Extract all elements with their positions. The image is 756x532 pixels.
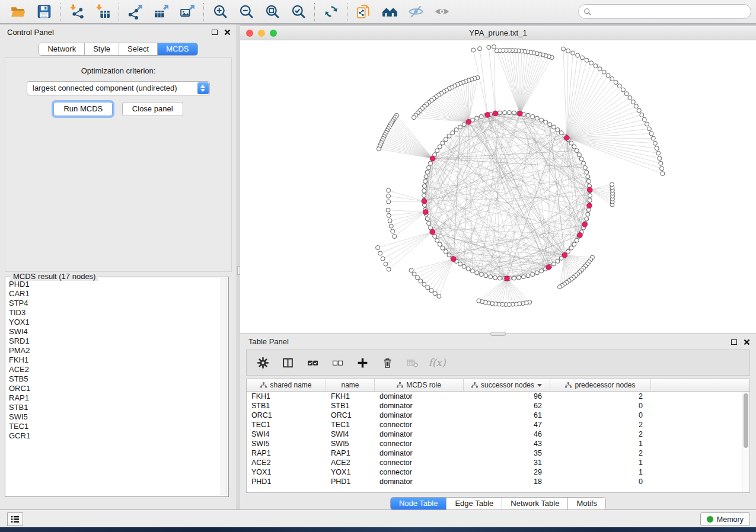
network-node[interactable] [552, 125, 556, 129]
network-node[interactable] [651, 136, 655, 140]
table-cell[interactable]: SWI5 [247, 439, 326, 448]
network-node[interactable] [387, 188, 391, 193]
clone-network-button[interactable] [350, 2, 377, 22]
deselect-all-rows-button[interactable] [330, 355, 345, 370]
network-node[interactable] [642, 117, 646, 121]
network-node[interactable] [575, 238, 579, 242]
network-node[interactable] [479, 114, 483, 118]
network-node[interactable] [552, 262, 556, 266]
float-panel-icon[interactable] [212, 30, 218, 35]
network-node[interactable] [558, 285, 562, 289]
network-node[interactable] [566, 49, 570, 53]
network-node[interactable] [656, 151, 661, 155]
network-node[interactable] [478, 47, 482, 51]
network-node[interactable] [521, 275, 525, 279]
network-node[interactable] [447, 134, 451, 138]
network-node[interactable] [579, 157, 583, 161]
network-node[interactable] [540, 118, 544, 122]
network-node[interactable] [415, 275, 419, 280]
mcds-node[interactable] [430, 229, 435, 235]
network-node[interactable] [586, 212, 590, 216]
network-node[interactable] [585, 217, 589, 221]
network-node[interactable] [577, 153, 581, 157]
mcds-node[interactable] [518, 111, 523, 116]
network-node[interactable] [659, 161, 663, 165]
network-node[interactable] [531, 273, 535, 277]
network-node[interactable] [658, 156, 662, 161]
network-node[interactable] [437, 294, 441, 299]
network-canvas-area[interactable] [240, 40, 756, 334]
table-cell[interactable]: 1 [550, 467, 651, 477]
table-scrollbar[interactable] [742, 392, 749, 492]
network-node[interactable] [433, 291, 437, 296]
mcds-result-item[interactable]: ACE2 [8, 365, 219, 374]
network-node[interactable] [462, 123, 466, 127]
table-cell[interactable]: 46 [464, 430, 550, 439]
table-row[interactable]: SWI5SWI5connector431 [247, 439, 749, 448]
network-node[interactable] [387, 200, 391, 204]
network-node[interactable] [540, 269, 544, 273]
column-header-mcds-role[interactable]: MCDS role [375, 379, 464, 391]
mcds-result-item[interactable]: CAR1 [8, 289, 219, 299]
table-row[interactable]: ACE2ACE2connector311 [247, 458, 749, 467]
mcds-node[interactable] [451, 257, 457, 262]
network-node[interactable] [610, 77, 614, 81]
search-box[interactable] [578, 4, 751, 19]
network-node[interactable] [493, 275, 497, 280]
network-node[interactable] [575, 149, 579, 153]
close-panel-icon[interactable] [744, 339, 750, 345]
function-builder-button[interactable]: f(x) [429, 355, 445, 370]
tab-style[interactable]: Style [85, 43, 119, 55]
zoom-in-button[interactable] [207, 2, 233, 22]
mcds-node[interactable] [587, 203, 592, 209]
network-node[interactable] [586, 175, 590, 179]
table-cell[interactable]: SWI4 [247, 430, 326, 439]
tab-network-table[interactable]: Network Table [502, 498, 568, 509]
table-cell[interactable]: dominator [375, 411, 464, 420]
network-node[interactable] [438, 145, 442, 149]
network-node[interactable] [582, 161, 586, 165]
table-cell[interactable]: SWI4 [326, 430, 375, 439]
network-node[interactable] [484, 274, 488, 278]
network-node[interactable] [586, 180, 591, 184]
show-all-button[interactable] [429, 2, 455, 22]
network-node[interactable] [531, 114, 535, 118]
tab-network[interactable]: Network [39, 43, 85, 55]
network-node[interactable] [387, 267, 391, 271]
network-node[interactable] [425, 170, 429, 174]
network-node[interactable] [598, 67, 602, 71]
mcds-node[interactable] [582, 222, 588, 227]
table-row[interactable]: FKH1FKH1dominator962 [247, 392, 749, 401]
network-node[interactable] [562, 47, 566, 51]
network-node[interactable] [441, 246, 445, 250]
network-node[interactable] [585, 58, 589, 62]
network-node[interactable] [588, 194, 592, 198]
mcds-node[interactable] [587, 187, 592, 193]
table-cell[interactable]: STB1 [326, 401, 375, 411]
table-row[interactable]: SWI4SWI4dominator462 [247, 430, 749, 439]
mcds-result-item[interactable]: TEC1 [8, 422, 219, 431]
network-node[interactable] [454, 128, 458, 132]
network-node[interactable] [422, 194, 426, 198]
run-mcds-button[interactable]: Run MCDS [53, 102, 113, 116]
network-node[interactable] [451, 131, 455, 135]
open-session-button[interactable] [5, 2, 31, 22]
mcds-node[interactable] [505, 276, 510, 281]
table-cell[interactable]: 35 [464, 448, 550, 458]
tab-mcds[interactable]: MCDS [158, 43, 197, 55]
network-node[interactable] [424, 175, 428, 179]
mcds-result-item[interactable]: STB5 [8, 374, 219, 384]
mcds-result-item[interactable]: ORC1 [8, 384, 219, 393]
mcds-node[interactable] [578, 233, 583, 238]
table-cell[interactable]: TEC1 [326, 420, 375, 430]
table-cell[interactable]: 2 [550, 430, 651, 439]
table-cell[interactable]: 2 [550, 420, 651, 430]
table-cell[interactable]: 1 [550, 458, 651, 467]
network-node[interactable] [649, 132, 653, 136]
close-panel-icon[interactable] [224, 29, 231, 36]
network-node[interactable] [526, 113, 530, 117]
network-node[interactable] [444, 137, 448, 142]
network-node[interactable] [512, 276, 516, 280]
table-cell[interactable]: PHD1 [326, 477, 375, 486]
table-cell[interactable]: FKH1 [326, 392, 375, 401]
